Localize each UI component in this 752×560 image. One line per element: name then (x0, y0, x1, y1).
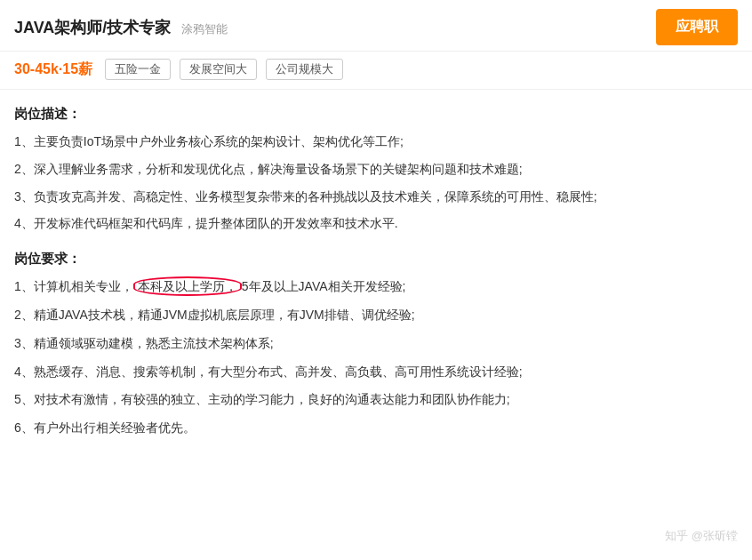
list-item: 2、精通JAVA技术栈，精通JVM虚拟机底层原理，有JVM排错、调优经验; (14, 305, 738, 326)
company-name: 涂鸦智能 (181, 22, 228, 36)
watermark: 知乎 @张斫镗 (665, 528, 738, 544)
tag-growth: 发展空间大 (180, 59, 257, 80)
requirements-title: 岗位要求： (14, 251, 738, 268)
list-item: 1、主要负责IoT场景中户外业务核心系统的架构设计、架构优化等工作; (14, 132, 738, 153)
list-item: 4、熟悉缓存、消息、搜索等机制，有大型分布式、高并发、高负载、高可用性系统设计经… (14, 362, 738, 383)
list-item: 3、精通领域驱动建模，熟悉主流技术架构体系; (14, 333, 738, 355)
tag-insurance: 五险一金 (105, 59, 171, 80)
req-suffix: 5年及以上JAVA相关开发经验; (242, 279, 406, 293)
highlighted-education: 本科及以上学历， (133, 276, 242, 296)
requirements-section: 岗位要求： 1、计算机相关专业，本科及以上学历，5年及以上JAVA相关开发经验;… (14, 251, 738, 439)
list-item: 3、负责攻克高并发、高稳定性、业务模型复杂带来的各种挑战以及技术难关，保障系统的… (14, 187, 738, 208)
list-item: 6、有户外出行相关经验者优先。 (14, 418, 738, 439)
list-item: 4、开发标准代码框架和代码库，提升整体团队的开发效率和技术水平. (14, 213, 738, 235)
requirements-list: 1、计算机相关专业，本科及以上学历，5年及以上JAVA相关开发经验; 2、精通J… (14, 276, 738, 439)
main-content: 岗位描述： 1、主要负责IoT场景中户外业务核心系统的架构设计、架构优化等工作;… (0, 90, 752, 457)
tag-scale: 公司规模大 (266, 59, 343, 80)
salary-text: 30-45k·15薪 (14, 60, 92, 79)
job-header: JAVA架构师/技术专家 涂鸦智能 应聘职 (0, 0, 752, 52)
list-item: 2、深入理解业务需求，分析和发现优化点，解决海量设备场景下的关键架构问题和技术难… (14, 159, 738, 180)
apply-button[interactable]: 应聘职 (656, 9, 738, 45)
list-item: 5、对技术有激情，有较强的独立、主动的学习能力，良好的沟通表达能力和团队协作能力… (14, 389, 738, 411)
header-left: JAVA架构师/技术专家 涂鸦智能 (14, 17, 228, 38)
list-item: 1、计算机相关专业，本科及以上学历，5年及以上JAVA相关开发经验; (14, 276, 738, 298)
description-list: 1、主要负责IoT场景中户外业务核心系统的架构设计、架构优化等工作; 2、深入理… (14, 132, 738, 235)
description-title: 岗位描述： (14, 106, 738, 123)
salary-row: 30-45k·15薪 五险一金 发展空间大 公司规模大 (0, 52, 752, 90)
job-title: JAVA架构师/技术专家 (14, 17, 171, 38)
req-prefix: 1、计算机相关专业， (14, 279, 133, 293)
